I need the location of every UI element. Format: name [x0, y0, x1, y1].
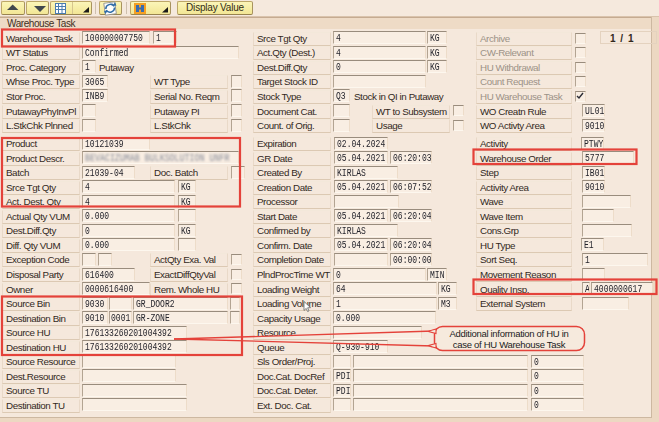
svg-text:Additional information of HU i: Additional information of HU in: [449, 328, 568, 339]
svg-text:case of HU Warehouse Task: case of HU Warehouse Task: [453, 339, 566, 350]
